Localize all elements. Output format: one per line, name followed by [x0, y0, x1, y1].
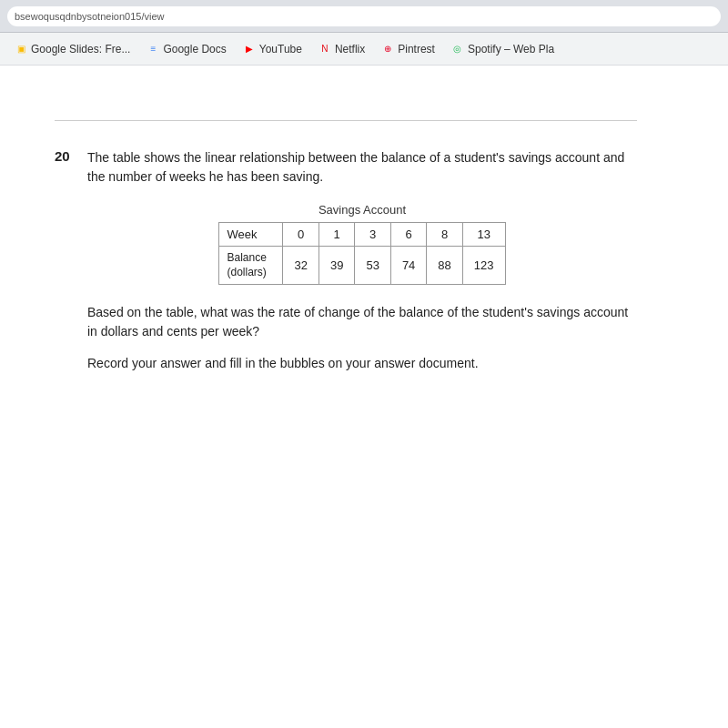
balance-13: 123: [462, 247, 505, 285]
bookmark-label-spotify: Spotify – Web Pla: [468, 43, 554, 56]
address-input[interactable]: bsewoqusqdnbysotneion015/view: [7, 6, 721, 26]
week-13: 13: [462, 223, 505, 247]
table-section: Savings Account Week 0 1 3 6 8 13: [87, 203, 637, 285]
week-label: Week: [219, 223, 283, 247]
bookmark-label-pinterest: Pintrest: [398, 43, 435, 56]
pinterest-icon: ⊕: [381, 43, 394, 56]
bookmark-label-slides: Google Slides: Fre...: [31, 43, 130, 56]
page-body: 20 The table shows the linear relationsh…: [0, 66, 692, 428]
week-8: 8: [427, 223, 462, 247]
question-container: 20 The table shows the linear relationsh…: [55, 148, 637, 373]
week-6: 6: [390, 223, 426, 247]
balance-8: 88: [427, 247, 462, 285]
netflix-icon: N: [318, 43, 331, 56]
question-body: The table shows the linear relationship …: [87, 148, 637, 373]
bookmarks-bar: ▣Google Slides: Fre...≡Google Docs▶YouTu…: [0, 33, 728, 66]
table-row-header: Week 0 1 3 6 8 13: [219, 223, 505, 247]
bookmark-item-pinterest[interactable]: ⊕Pintrest: [374, 39, 442, 59]
address-text: bsewoqusqdnbysotneion015/view: [15, 11, 165, 22]
balance-0: 32: [283, 247, 318, 285]
browser-address-bar: bsewoqusqdnbysotneion015/view: [0, 0, 728, 33]
table-title: Savings Account: [87, 203, 637, 217]
week-1: 1: [318, 223, 354, 247]
balance-1: 39: [318, 247, 354, 285]
top-divider: [55, 120, 637, 121]
balance-6: 74: [390, 247, 426, 285]
table-row-balance: Balance(dollars) 32 39 53 74 88 123: [219, 247, 505, 285]
bookmark-item-docs[interactable]: ≡Google Docs: [139, 39, 233, 59]
week-3: 3: [355, 223, 390, 247]
bookmark-item-spotify[interactable]: ◎Spotify – Web Pla: [444, 39, 561, 59]
balance-3: 53: [355, 247, 390, 285]
slides-icon: ▣: [15, 43, 27, 56]
question-number: 20: [55, 148, 76, 373]
bookmark-item-youtube[interactable]: ▶YouTube: [236, 39, 309, 59]
question-text: The table shows the linear relationship …: [87, 148, 637, 187]
bookmark-item-slides[interactable]: ▣Google Slides: Fre...: [7, 39, 137, 59]
bookmark-label-netflix: Netflix: [335, 43, 365, 56]
docs-icon: ≡: [147, 43, 159, 56]
bookmark-item-netflix[interactable]: NNetflix: [311, 39, 372, 59]
youtube-icon: ▶: [243, 43, 256, 56]
bookmark-label-docs: Google Docs: [163, 43, 226, 56]
main-content: 20 The table shows the linear relationsh…: [0, 66, 728, 728]
follow-up-text: Based on the table, what was the rate of…: [87, 303, 637, 341]
balance-label: Balance(dollars): [219, 247, 283, 285]
savings-table: Week 0 1 3 6 8 13 Balance(dollars) 32: [218, 222, 505, 285]
week-0: 0: [283, 223, 318, 247]
instruction-text: Record your answer and fill in the bubbl…: [87, 354, 637, 373]
bookmark-label-youtube: YouTube: [259, 43, 302, 56]
spotify-icon: ◎: [451, 43, 464, 56]
